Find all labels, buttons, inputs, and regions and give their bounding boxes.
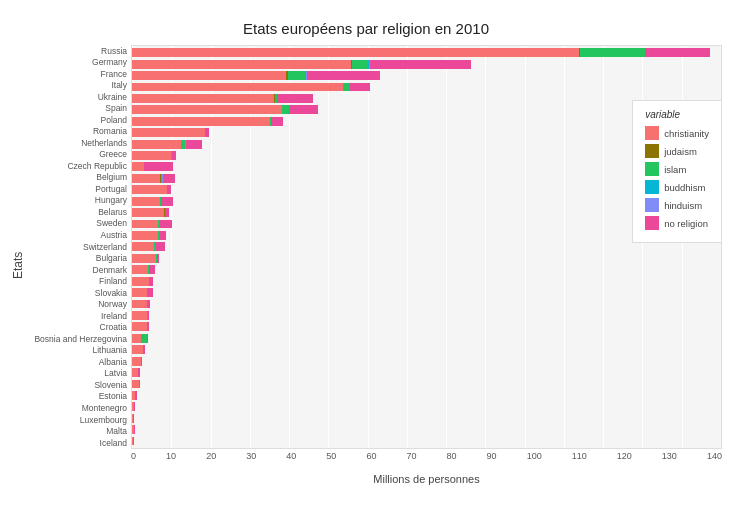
y-label: Netherlands	[81, 139, 127, 148]
bar-segment-noReligion	[149, 277, 152, 286]
bar-segment-noReligion	[205, 128, 209, 137]
bar-segment-christianity	[132, 277, 149, 286]
y-label: Sweden	[96, 219, 127, 228]
bar-segment-christianity	[132, 380, 139, 389]
x-tick: 110	[572, 451, 587, 461]
legend-item: hinduism	[645, 198, 709, 212]
legend-color-box	[645, 216, 659, 230]
y-label: Portugal	[95, 185, 127, 194]
bar-segment-noReligion	[350, 83, 370, 92]
bar-segment-islam	[288, 71, 304, 80]
legend-title: variable	[645, 109, 709, 120]
bar-segment-noReligion	[271, 117, 283, 126]
bar-segment-noReligion	[143, 345, 145, 354]
legend-label: christianity	[664, 128, 709, 139]
y-label: Romania	[93, 127, 127, 136]
bar-row	[132, 298, 721, 309]
bar-segment-christianity	[132, 162, 144, 171]
x-tick: 0	[131, 451, 136, 461]
bar-segment-noReligion	[307, 71, 380, 80]
bar-segment-noReligion	[172, 151, 176, 160]
x-tick: 120	[617, 451, 632, 461]
legend-label: islam	[664, 164, 686, 175]
bar-row	[132, 253, 721, 264]
chart-body: Etats RussiaGermanyFranceItalyUkraineSpa…	[10, 45, 722, 485]
bar-segment-noReligion	[160, 231, 166, 240]
legend-item: no religion	[645, 216, 709, 230]
y-label: Norway	[98, 300, 127, 309]
bar-segment-noReligion	[147, 288, 152, 297]
bar-segment-christianity	[132, 105, 282, 114]
bar-segment-noReligion	[160, 220, 172, 229]
y-label: Germany	[92, 58, 127, 67]
y-label: Slovakia	[95, 289, 127, 298]
y-label: Malta	[106, 427, 127, 436]
y-label: Poland	[101, 116, 127, 125]
bar-segment-christianity	[132, 311, 147, 320]
y-label: Albania	[99, 358, 127, 367]
y-label: Finland	[99, 277, 127, 286]
bar-segment-noReligion	[141, 357, 142, 366]
legend-color-box	[645, 198, 659, 212]
y-label: France	[101, 70, 127, 79]
y-label: Latvia	[104, 369, 127, 378]
bar-segment-christianity	[132, 83, 343, 92]
bar-row	[132, 264, 721, 275]
bar-segment-christianity	[132, 128, 205, 137]
y-label: Belgium	[96, 173, 127, 182]
y-label: Italy	[111, 81, 127, 90]
bar-row	[132, 81, 721, 92]
x-axis: 0102030405060708090100110120130140	[26, 451, 722, 471]
legend-label: buddhism	[664, 182, 705, 193]
bar-segment-noReligion	[157, 254, 159, 263]
y-label: Bulgaria	[96, 254, 127, 263]
bar-segment-noReligion	[149, 265, 155, 274]
bar-segment-noReligion	[144, 162, 172, 171]
bar-segment-noReligion	[138, 368, 140, 377]
x-tick: 90	[487, 451, 497, 461]
x-ticks: 0102030405060708090100110120130140	[131, 451, 722, 461]
x-tick: 140	[707, 451, 722, 461]
bar-segment-noReligion	[163, 174, 175, 183]
legend-color-box	[645, 144, 659, 158]
x-tick: 30	[246, 451, 256, 461]
x-axis-label: Millions de personnes	[26, 473, 722, 485]
legend-item: christianity	[645, 126, 709, 140]
x-tick: 70	[406, 451, 416, 461]
bar-segment-noReligion	[645, 48, 710, 57]
x-tick: 60	[366, 451, 376, 461]
legend-label: judaism	[664, 146, 697, 157]
bar-segment-christianity	[132, 48, 579, 57]
y-axis-label: Etats	[10, 45, 26, 485]
legend-item: judaism	[645, 144, 709, 158]
bar-row	[132, 344, 721, 355]
bar-segment-christianity	[132, 71, 286, 80]
legend-color-box	[645, 126, 659, 140]
y-label: Denmark	[93, 266, 127, 275]
chart-title: Etats européens par religion en 2010	[10, 20, 722, 37]
bar-segment-islam	[580, 48, 645, 57]
legend-item: buddhism	[645, 180, 709, 194]
bar-segment-christianity	[132, 357, 141, 366]
legend-color-box	[645, 180, 659, 194]
bar-row	[132, 59, 721, 70]
y-label: Ireland	[101, 312, 127, 321]
y-label: Belarus	[98, 208, 127, 217]
y-label: Montenegro	[82, 404, 127, 413]
y-label: Iceland	[100, 439, 127, 448]
y-label: Estonia	[99, 392, 127, 401]
y-label: Bosnia and Herzegovina	[34, 335, 127, 344]
bar-segment-christianity	[132, 334, 141, 343]
bar-row	[132, 70, 721, 81]
bar-row	[132, 413, 721, 424]
bar-row	[132, 424, 721, 435]
bar-segment-christianity	[132, 231, 158, 240]
bar-segment-christianity	[132, 322, 147, 331]
legend-items: christianityjudaismislambuddhismhinduism…	[645, 126, 709, 230]
bar-segment-christianity	[132, 197, 160, 206]
legend-label: no religion	[664, 218, 708, 229]
bar-segment-noReligion	[148, 311, 149, 320]
bar-segment-noReligion	[147, 322, 149, 331]
bar-segment-christianity	[132, 242, 154, 251]
bar-row	[132, 436, 721, 447]
